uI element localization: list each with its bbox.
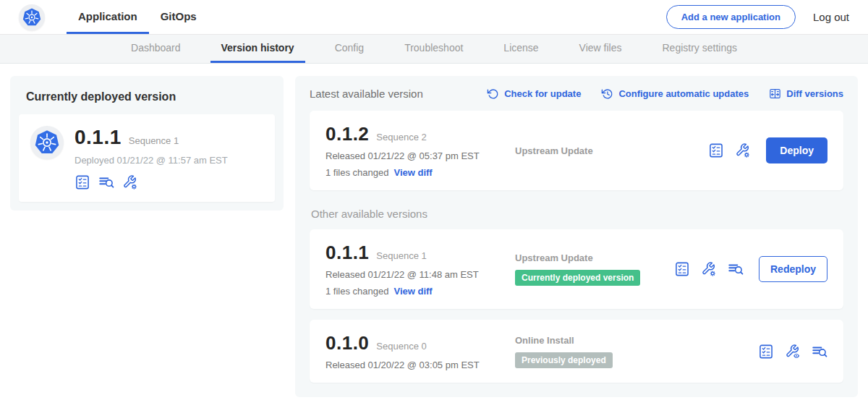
view-files-icon[interactable] bbox=[728, 261, 744, 277]
release-notes-icon[interactable] bbox=[674, 261, 690, 277]
released-timestamp: Released 01/20/22 @ 03:05 pm EST bbox=[326, 360, 515, 370]
view-files-icon[interactable] bbox=[98, 174, 114, 190]
version-history-panel: Latest available version Check for updat… bbox=[295, 76, 858, 397]
check-for-update-link[interactable]: Check for update bbox=[487, 88, 581, 100]
sequence-label: Sequence 0 bbox=[376, 341, 426, 352]
app-logo-kubernetes-icon bbox=[30, 126, 64, 159]
version-number: 0.1.2 bbox=[326, 123, 369, 145]
sequence-label: Sequence 2 bbox=[376, 132, 426, 143]
view-files-icon[interactable] bbox=[812, 344, 827, 360]
diff-versions-icon bbox=[769, 88, 781, 100]
subnav-tab-view-files[interactable]: View files bbox=[569, 35, 633, 63]
subnav-tab-troubleshoot[interactable]: Troubleshoot bbox=[393, 35, 474, 63]
version-card-0-1-0: 0.1.0 Sequence 0 Released 01/20/22 @ 03:… bbox=[310, 320, 843, 383]
edit-config-icon[interactable] bbox=[735, 143, 751, 158]
topbar-spacer bbox=[208, 0, 666, 34]
subnav-tab-dashboard[interactable]: Dashboard bbox=[120, 35, 192, 63]
released-timestamp: Released 01/21/22 @ 05:37 pm EST bbox=[326, 150, 515, 161]
deployed-timestamp: Deployed 01/21/22 @ 11:57 am EST bbox=[75, 155, 228, 166]
other-versions-title: Other available versions bbox=[311, 208, 842, 220]
kubernetes-logo-icon bbox=[19, 4, 45, 30]
previously-deployed-badge: Previously deployed bbox=[515, 352, 613, 368]
refresh-icon bbox=[487, 88, 499, 100]
subnav-tab-config[interactable]: Config bbox=[324, 35, 375, 63]
app-subnav: Dashboard Version history Config Trouble… bbox=[0, 35, 868, 64]
tab-application-label: Application bbox=[78, 10, 137, 22]
released-timestamp: Released 01/21/22 @ 11:48 am EST bbox=[326, 269, 515, 280]
tab-gitops[interactable]: GitOps bbox=[149, 0, 208, 34]
version-source-label: Online Install bbox=[515, 335, 758, 346]
top-bar: Application GitOps Add a new application… bbox=[0, 0, 868, 35]
tab-application[interactable]: Application bbox=[67, 0, 149, 34]
currently-deployed-badge: Currently deployed version bbox=[515, 270, 640, 286]
configure-automatic-updates-link[interactable]: Configure automatic updates bbox=[601, 88, 749, 100]
view-config-icon[interactable] bbox=[785, 344, 801, 360]
view-diff-link[interactable]: View diff bbox=[393, 286, 432, 297]
version-source-label: Upstream Update bbox=[515, 252, 674, 263]
currently-deployed-title: Currently deployed version bbox=[26, 90, 268, 103]
version-source-label: Upstream Update bbox=[515, 145, 708, 156]
release-notes-icon[interactable] bbox=[758, 344, 774, 360]
version-card-0-1-2: 0.1.2 Sequence 2 Released 01/21/22 @ 05:… bbox=[310, 111, 843, 190]
files-changed-label: 1 files changed bbox=[326, 167, 388, 178]
edit-config-icon[interactable] bbox=[701, 261, 717, 277]
diff-versions-link[interactable]: Diff versions bbox=[769, 88, 843, 100]
version-card-0-1-1: 0.1.1 Sequence 1 Released 01/21/22 @ 11:… bbox=[310, 229, 843, 309]
subnav-tab-license[interactable]: License bbox=[493, 35, 549, 63]
edit-config-icon[interactable] bbox=[122, 174, 138, 190]
deployed-version-number: 0.1.1 bbox=[75, 126, 122, 149]
sequence-label: Sequence 1 bbox=[376, 250, 426, 261]
deployed-sequence-label: Sequence 1 bbox=[129, 135, 179, 146]
add-application-button[interactable]: Add a new application bbox=[666, 5, 796, 29]
tab-gitops-label: GitOps bbox=[161, 10, 197, 22]
release-notes-icon[interactable] bbox=[708, 143, 724, 158]
currently-deployed-panel: Currently deployed version 0.1.1 Sequenc… bbox=[10, 76, 284, 211]
logout-button[interactable]: Log out bbox=[813, 11, 849, 23]
latest-available-title: Latest available version bbox=[310, 88, 423, 100]
deploy-button[interactable]: Deploy bbox=[766, 137, 827, 163]
version-number: 0.1.0 bbox=[326, 332, 369, 354]
deployed-version-card: 0.1.1 Sequence 1 Deployed 01/21/22 @ 11:… bbox=[19, 114, 275, 202]
redeploy-button[interactable]: Redeploy bbox=[759, 256, 827, 282]
app-window: Application GitOps Add a new application… bbox=[0, 0, 868, 408]
schedule-update-icon bbox=[601, 88, 613, 100]
primary-tabs: Application GitOps bbox=[67, 0, 208, 34]
main-content: Currently deployed version 0.1.1 Sequenc… bbox=[0, 64, 868, 408]
release-notes-icon[interactable] bbox=[75, 174, 90, 190]
view-diff-link[interactable]: View diff bbox=[393, 167, 432, 178]
files-changed-label: 1 files changed bbox=[326, 286, 388, 297]
subnav-tab-version-history[interactable]: Version history bbox=[210, 35, 305, 63]
subnav-tab-registry-settings[interactable]: Registry settings bbox=[652, 35, 748, 63]
version-number: 0.1.1 bbox=[326, 242, 369, 264]
